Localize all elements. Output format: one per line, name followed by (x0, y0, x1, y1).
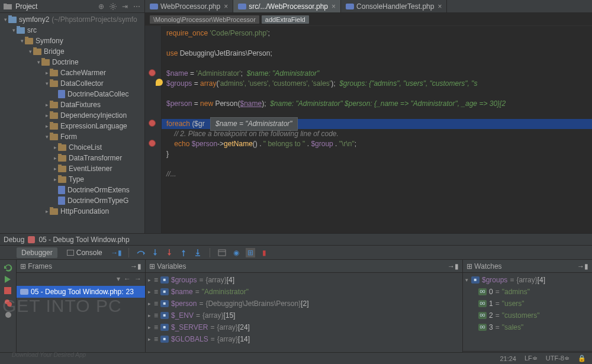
folder-icon (50, 70, 58, 76)
gear-icon[interactable] (109, 2, 117, 11)
debug-file: 05 - Debug Tool Window.php (38, 236, 129, 244)
minimize-icon[interactable]: →▮ (130, 262, 141, 270)
force-step-into-icon[interactable] (165, 248, 174, 257)
php-icon (150, 4, 158, 9)
breakpoints-icon[interactable] (4, 299, 12, 307)
php-file-icon (58, 197, 65, 205)
php-icon (20, 289, 28, 295)
frames-panel: ⊞ Frames →▮ ▾ ← → 05 - Debug Tool Window… (17, 260, 146, 364)
watch-item[interactable]: 000="admins" (465, 286, 590, 298)
watch-row[interactable]: ▾■$groups={array} [4] (465, 274, 590, 286)
stack-frame[interactable]: 05 - Debug Tool Window.php:23 (17, 286, 145, 298)
encoding[interactable]: UTF-8≑ (546, 355, 570, 362)
tree-node[interactable]: ▾Bridge (0, 46, 144, 57)
close-icon[interactable]: × (332, 2, 336, 11)
tab-webprocessor[interactable]: WebProcessor.php × (145, 0, 233, 12)
more-icon[interactable]: ⋯ (133, 2, 141, 11)
rerun-icon[interactable] (4, 263, 12, 272)
watch-item[interactable]: 002="customers" (465, 310, 590, 321)
tree-node[interactable]: DoctrineDataCollec (0, 89, 144, 99)
tree-node[interactable]: ▾Symfony (0, 36, 144, 46)
variable-row[interactable]: ▸≡■$person={Debugging\JetBrains\Person} … (148, 298, 460, 310)
breakpoint-icon[interactable] (149, 120, 156, 127)
variable-row[interactable]: ▸≡■$GLOBALS={array} [14] (148, 333, 460, 345)
output-icon[interactable]: →▮ (112, 248, 121, 257)
watch-icon[interactable]: ◉ (231, 248, 241, 257)
tree-node[interactable]: ▾src (0, 25, 144, 36)
breadcrumb[interactable]: \Monolog\Processor\WebProcessor addExtra… (145, 13, 592, 26)
debug-tabs: Debugger Console →▮ ◉ ⊞ ▮ (0, 246, 592, 260)
tree-node[interactable]: ▾Doctrine (0, 57, 144, 67)
settings-icon[interactable]: ▮ (260, 248, 269, 257)
gutter[interactable] (145, 26, 162, 233)
evaluate-icon[interactable] (217, 248, 227, 257)
variable-row[interactable]: ▸≡■$name="Administrator" (148, 286, 460, 298)
layout-icon[interactable]: ⊞ (246, 248, 255, 257)
tree-node[interactable]: ▸DataTransformer (0, 153, 144, 163)
caret-position[interactable]: 21:24 (500, 355, 516, 362)
tree-node[interactable]: ▸EventListener (0, 163, 144, 174)
minimize-icon[interactable]: →▮ (448, 262, 459, 270)
watch-item[interactable]: 001="users" (465, 298, 590, 310)
next-frame-icon[interactable]: → (134, 275, 141, 283)
code-editor[interactable]: require_once 'Code/Person.php'; use Debu… (162, 26, 592, 233)
variable-row[interactable]: ▸≡■$groups={array} [4] (148, 274, 460, 286)
debug-left-toolbar (0, 260, 17, 364)
mute-icon[interactable] (4, 311, 12, 319)
debug-title-bar[interactable]: Debug 05 - Debug Tool Window.php (0, 234, 592, 246)
thread-dropdown[interactable]: ▾ (117, 275, 120, 283)
tab-consolehandlertest[interactable]: ConsoleHandlerTest.php × (341, 0, 447, 12)
step-out-icon[interactable] (179, 248, 188, 257)
editor: \Monolog\Processor\WebProcessor addExtra… (145, 13, 592, 233)
watch-item[interactable]: 003="sales" (465, 321, 590, 333)
line-ending[interactable]: LF≑ (525, 355, 538, 362)
hide-icon[interactable]: ⇥ (121, 2, 129, 11)
close-icon[interactable]: × (437, 2, 442, 11)
tree-node[interactable]: ▸DependencyInjection (0, 110, 144, 121)
stop-icon[interactable] (4, 287, 12, 295)
tree-node[interactable]: ▸ExpressionLanguage (0, 121, 144, 131)
breakpoint-icon[interactable] (149, 140, 156, 147)
tree-node[interactable]: ▾DataCollector (0, 78, 144, 89)
tree-node[interactable]: ▸ChoiceList (0, 142, 144, 153)
tree-node[interactable]: ▾symfony2(~/PhpstormProjects/symfo (0, 14, 144, 25)
tab-debugger[interactable]: Debugger (17, 247, 57, 258)
breadcrumb-seg[interactable]: \Monolog\Processor\WebProcessor (150, 15, 259, 24)
tree-node[interactable]: ▸HttpFoundation (0, 206, 144, 217)
folder-icon (8, 17, 17, 23)
folder-icon (58, 166, 66, 172)
bulb-icon[interactable] (156, 79, 163, 86)
collapse-icon[interactable]: ⊕ (97, 2, 105, 11)
tab-console[interactable]: Console (62, 247, 107, 258)
lock-icon[interactable]: 🔒 (578, 355, 586, 362)
tree-node[interactable]: ▸Type (0, 174, 144, 185)
svg-rect-2 (4, 287, 11, 294)
project-tool-header[interactable]: Project ⊕ ⇥ ⋯ (0, 0, 145, 12)
php-file-icon (58, 90, 65, 98)
editor-tabs: WebProcessor.php × src/.../WebProcessor.… (145, 0, 592, 12)
folder-icon (58, 155, 66, 162)
breakpoint-icon[interactable] (149, 69, 156, 76)
minimize-icon[interactable]: →▮ (577, 262, 588, 270)
folder-icon (41, 59, 50, 66)
tree-node[interactable]: DoctrineOrmExtens (0, 185, 144, 195)
tree-node[interactable]: DoctrineOrmTypeG (0, 195, 144, 206)
run-to-cursor-icon[interactable] (193, 248, 202, 257)
variables-panel: ⊞ Variables →▮ ▸≡■$groups={array} [4]▸≡■… (146, 260, 463, 364)
tree-node[interactable]: ▸DataFixtures (0, 99, 144, 110)
step-over-icon[interactable] (136, 248, 146, 257)
step-into-icon[interactable] (150, 248, 160, 257)
variable-row[interactable]: ▸≡■$_SERVER={array} [24] (148, 321, 460, 333)
project-tool-label: Project (15, 2, 37, 11)
breadcrumb-seg[interactable]: addExtraField (262, 15, 309, 24)
tree-node[interactable]: ▾Form (0, 131, 144, 142)
folder-icon (50, 102, 58, 108)
close-icon[interactable]: × (224, 2, 228, 11)
tree-node[interactable]: ▸CacheWarmer (0, 67, 144, 78)
bug-icon (28, 236, 35, 243)
tab-src-webprocessor[interactable]: src/.../WebProcessor.php × (233, 0, 341, 12)
project-tree[interactable]: ▾symfony2(~/PhpstormProjects/symfo▾src▾S… (0, 13, 145, 233)
resume-icon[interactable] (4, 275, 12, 284)
prev-frame-icon[interactable]: ← (124, 275, 131, 283)
variable-row[interactable]: ▸≡■$_ENV={array} [15] (148, 310, 460, 321)
